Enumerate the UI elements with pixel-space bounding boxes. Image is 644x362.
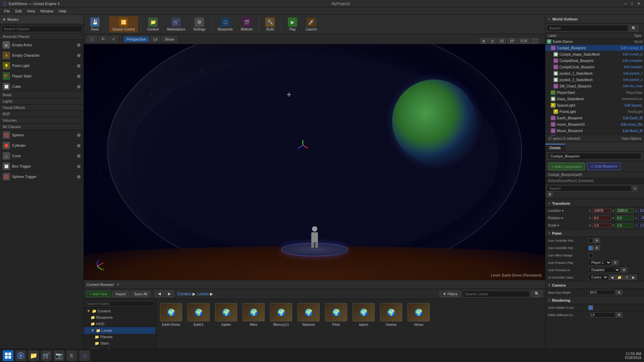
wo-item-moon-blueprint3[interactable]: ⬡ moon_Blueprint3 Edit moon_Blu (545, 121, 644, 128)
dp-rotation-y[interactable] (615, 216, 634, 221)
actor-point-light[interactable]: 💡 Point Light ⊕ (0, 61, 84, 71)
wo-view-options[interactable]: View Options (622, 137, 641, 140)
cb-save-all-btn[interactable]: Save All (131, 291, 151, 297)
wo-link-space-light[interactable]: Edit SpaceL (625, 104, 643, 107)
dp-ai-ctrl-clear-btn[interactable]: ✕ (624, 275, 630, 280)
section-all-classes[interactable]: All Classes (0, 124, 84, 130)
asset-mercury11[interactable]: 🌍 Mercury11 (269, 302, 293, 328)
menu-view[interactable]: View (24, 8, 38, 14)
taskbar-ue4-btn[interactable]: ⬡ (79, 350, 90, 361)
wo-item-player-start[interactable]: 🚩 PlayerStart PlayerStart (545, 89, 644, 96)
wo-link-joystick1[interactable]: Edit joystick_1 (623, 72, 643, 75)
vp-angle-snap-btn[interactable]: 10 (497, 38, 506, 44)
dp-rotation-x[interactable] (592, 216, 611, 221)
dp-auto-possess-play-select[interactable]: Player 1 Disabled Player 2 (588, 260, 611, 265)
dp-pawn-header[interactable]: ▼ Pawn (545, 230, 644, 237)
wo-link-cockpit-bp[interactable]: Edit Cockpit_B (621, 46, 643, 50)
toolbar-matinee-btn[interactable]: 🎬 Matinee (237, 16, 256, 33)
asset-earth-demo[interactable]: 🌍 Earth-Demo (159, 302, 183, 328)
dp-ai-ctrl-back-btn[interactable]: ◀ (609, 275, 615, 280)
vp-snap-btn[interactable]: ⊡ (489, 38, 496, 44)
box-trigger-add[interactable]: ⊕ (77, 164, 81, 169)
dp-ai-ctrl-browse-btn[interactable]: 📁 (616, 275, 623, 280)
section-recently-placed[interactable]: Recently Placed (0, 34, 84, 40)
dp-rendering-header[interactable]: ▼ Rendering (545, 297, 644, 304)
dp-ai-controller-select[interactable]: Control (588, 275, 608, 280)
dp-auto-possess-play-btn[interactable]: ⚙ (612, 260, 619, 265)
dp-scale-z[interactable] (639, 223, 644, 228)
asset-mars[interactable]: 🌍 Mars (241, 302, 266, 328)
dp-name-input[interactable] (548, 153, 641, 160)
wo-search-input[interactable] (547, 25, 628, 32)
player-start-add[interactable]: ⊕ (77, 73, 81, 79)
menu-help[interactable]: Help (56, 8, 69, 14)
wo-item-moon-blueprint[interactable]: ⬡ Moon_Blueprint Edit Moon_Bl (545, 128, 644, 134)
cb-forward-btn[interactable]: ▶ (165, 291, 174, 297)
asset-venus[interactable]: 🌍 Venus (406, 302, 431, 328)
wo-item-point-light[interactable]: 💡 PointLight PointLight (545, 109, 644, 115)
toolbar-settings-btn[interactable]: ⚙ Settings (190, 16, 209, 33)
folder-stars[interactable]: 📁 Stars (84, 340, 156, 347)
dp-search-input[interactable] (547, 185, 631, 191)
dp-rotation-z[interactable] (639, 216, 644, 221)
folder-hud[interactable]: 📁 HUD (84, 321, 156, 327)
vp-scale-snap-btn[interactable]: 10° (507, 38, 517, 44)
dp-editor-billboard-input[interactable] (588, 312, 615, 317)
dp-ai-ctrl-open-btn[interactable]: ▶ (631, 275, 637, 280)
section-basic[interactable]: Basic (0, 92, 84, 98)
vp-camera-speed-btn[interactable]: 0.25 (519, 38, 530, 44)
point-light-add[interactable]: ⊕ (77, 63, 81, 68)
viewport-lit-btn[interactable]: Lit (150, 36, 160, 42)
maximize-btn[interactable]: □ (629, 1, 635, 6)
toolbar-marketplace-btn[interactable]: 🛒 Marketplace (164, 16, 189, 33)
toolbar-content-btn[interactable]: 📁 Content (144, 16, 162, 33)
actor-empty-actor[interactable]: ◈ Empty Actor ⊕ (0, 40, 84, 50)
wo-item-joystick1[interactable]: ⬜ joystick_1_StaticMesh Edit joystick_1 (545, 70, 644, 77)
wo-item-earth-blueprint[interactable]: ⬡ Earth_Blueprint Edit Earth_Bl (545, 115, 644, 121)
vp-grid-btn[interactable]: ⊞ (480, 38, 487, 44)
menu-edit[interactable]: Edit (13, 8, 24, 14)
toolbar-save-btn[interactable]: 💾 Save (87, 16, 103, 33)
actor-cube[interactable]: ⬜ Cube ⊕ (0, 81, 84, 92)
asset-jupiter[interactable]: 🌍 Jupiter (214, 302, 238, 328)
cylinder-add[interactable]: ⊕ (77, 143, 81, 148)
wo-link-joystick2[interactable]: Edit joystick_2 (623, 78, 643, 81)
taskbar-explorer-btn[interactable]: 📁 (28, 350, 39, 361)
transform-scale-btn[interactable]: ⤢ (109, 36, 118, 42)
dp-location-x[interactable] (592, 208, 611, 213)
sphere-trigger-add[interactable]: ⊕ (77, 174, 81, 179)
actor-box-trigger[interactable]: ⬜ Box Trigger ⊕ (0, 161, 84, 172)
dp-editor-billboard-btn[interactable]: ⚙ (616, 312, 622, 317)
folder-content[interactable]: ▼ 📁 Content (84, 308, 156, 314)
dp-transform-header[interactable]: ▼ Transform (545, 200, 644, 207)
modes-label[interactable]: Modes (7, 17, 18, 21)
section-visual-effects[interactable]: Visual Effects (0, 105, 84, 111)
taskbar-store-btn[interactable]: 🛒 (41, 350, 52, 361)
search-classes-input[interactable] (1, 25, 82, 32)
cb-filters-btn[interactable]: ▼ Filters (440, 291, 461, 297)
menu-file[interactable]: File (1, 8, 13, 14)
taskbar-photos-btn[interactable]: 📷 (54, 350, 64, 361)
cb-path-content[interactable]: Content (177, 292, 191, 296)
cb-search-input[interactable] (463, 291, 530, 297)
viewport-show-btn[interactable]: Show (162, 36, 177, 42)
toolbar-source-control-btn[interactable]: 🔀 Source Control (109, 16, 138, 33)
asset-pluto[interactable]: 🌍 Pluto (324, 302, 348, 328)
taskbar-windows-btn[interactable] (3, 350, 13, 361)
taskbar-epic-btn[interactable]: E (66, 350, 77, 361)
wo-search-btn[interactable]: 🔍 (629, 25, 639, 32)
dp-use-ctrl-rot2-btn[interactable]: ⚙ (594, 245, 600, 250)
dp-auto-possess-ai-select[interactable]: Disabled PlacedInWorld (588, 267, 620, 273)
actor-cone[interactable]: △ Cone ⊕ (0, 151, 84, 161)
cb-folder-search[interactable] (85, 301, 154, 307)
asset-earth1[interactable]: 🌍 Earth1 (186, 302, 211, 328)
toolbar-build-btn[interactable]: 🔧 Build (262, 16, 278, 33)
dp-auto-possess-ai-btn[interactable]: ⚙ (621, 267, 627, 273)
sphere-add[interactable]: ⊕ (77, 132, 81, 138)
dp-scale-y[interactable] (615, 223, 634, 228)
transform-translate-btn[interactable]: ⬛ (87, 36, 97, 42)
viewport-3d[interactable]: ✛ X Y Z Level: Earth-Demo (Persistent) (84, 44, 545, 280)
asset-uranus[interactable]: 🌍 Uranus (379, 302, 404, 328)
wo-link-cockpit-shape[interactable]: Edit Cockpit_E (623, 53, 643, 56)
actor-cylinder[interactable]: 🔴 Cylinder ⊕ (0, 140, 84, 151)
